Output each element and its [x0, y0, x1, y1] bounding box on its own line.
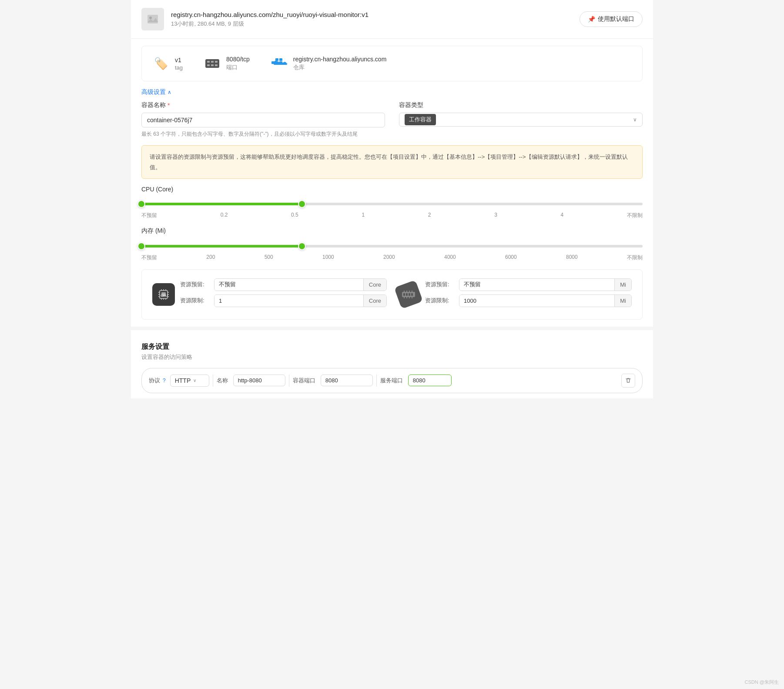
memory-label-2: 500: [265, 254, 273, 261]
service-section: 服务设置 设置容器的访问策略 协议 ? HTTP ∨ 名称 容器: [131, 334, 653, 398]
protocol-field: 协议 ? HTTP ∨: [149, 375, 209, 387]
container-name-group: 容器名称 * 最长 63 个字符，只能包含小写字母、数字及分隔符("-")，且必…: [141, 101, 385, 138]
service-port-label: 服务端口: [380, 377, 403, 385]
form-section: 容器名称 * 最长 63 个字符，只能包含小写字母、数字及分隔符("-")，且必…: [131, 101, 653, 138]
protocol-select[interactable]: HTTP ∨: [170, 375, 209, 387]
name-field: 名称: [217, 375, 285, 386]
chevron-down-icon: ∨: [628, 113, 642, 126]
memory-slider-fill: [141, 245, 302, 248]
cpu-reserve-unit: Core: [363, 279, 386, 291]
cpu-label-5: 3: [494, 212, 497, 219]
container-name-input[interactable]: [141, 113, 385, 127]
svg-text:CPU: CPU: [161, 294, 168, 298]
cpu-section: CPU (Core) 不预留 0.2 0.5 1 2 3 4 不限制: [131, 186, 653, 219]
default-port-button[interactable]: 📌 使用默认端口: [580, 11, 643, 27]
meta-port-info: 8080/tcp 端口: [226, 56, 250, 71]
delete-port-button[interactable]: [621, 374, 635, 388]
divider-2: [289, 375, 289, 387]
resource-inputs-row: CPU 资源预留: Core 资源限制: Core: [141, 269, 643, 320]
memory-limit-row: 资源限制: Mi: [425, 294, 632, 307]
warning-text: 请设置容器的资源限制与资源预留，这将能够帮助系统更好地调度容器，提高稳定性。您也…: [150, 154, 628, 170]
protocol-label: 协议: [149, 377, 160, 385]
memory-icon-box: [394, 280, 423, 309]
svg-rect-33: [411, 293, 413, 296]
type-badge: 工作容器: [405, 114, 436, 125]
memory-limit-unit: Mi: [614, 295, 631, 307]
port-label: 端口: [226, 64, 250, 71]
cpu-label-4: 2: [428, 212, 431, 219]
docker-icon: [271, 55, 288, 72]
container-port-input[interactable]: [321, 375, 373, 386]
form-row-main: 容器名称 * 最长 63 个字符，只能包含小写字母、数字及分隔符("-")，且必…: [141, 101, 643, 138]
image-subtitle: 13小时前, 280.64 MB, 9 层级: [171, 20, 369, 28]
cpu-label-1: 0.2: [221, 212, 228, 219]
cpu-slider-labels: 不预留 0.2 0.5 1 2 3 4 不限制: [141, 212, 643, 219]
container-type-selected: 工作容器: [399, 114, 628, 125]
meta-item-registry: registry.cn-hangzhou.aliyuncs.com 仓库: [271, 55, 387, 72]
tag-icon: 🏷️: [152, 55, 170, 72]
name-input[interactable]: [233, 375, 285, 386]
cpu-reserve-input[interactable]: [214, 279, 363, 291]
cpu-slider-fill: [141, 203, 302, 205]
memory-label-8: 不限制: [627, 254, 643, 261]
meta-registry-info: registry.cn-hangzhou.aliyuncs.com 仓库: [293, 56, 387, 71]
header-left: registry.cn-hangzhou.aliyuncs.com/zhu_ru…: [141, 8, 369, 30]
memory-label-7: 8000: [566, 254, 578, 261]
memory-limit-label: 资源限制:: [425, 297, 456, 304]
divider-3: [376, 375, 377, 387]
default-port-label: 使用默认端口: [598, 15, 634, 23]
memory-slider-track: [141, 245, 643, 248]
question-icon[interactable]: ?: [163, 378, 166, 384]
service-port-input[interactable]: [408, 375, 452, 386]
cpu-input-group: CPU 资源预留: Core 资源限制: Core: [152, 278, 387, 311]
cpu-slider-track: [141, 203, 643, 205]
pin-icon: 📌: [588, 16, 595, 23]
trash-icon: [625, 377, 632, 384]
cpu-label-3: 1: [362, 212, 365, 219]
memory-section: 内存 (Mi) 不预留 200 500 1000 2000 4000 6000 …: [131, 227, 653, 261]
svg-rect-32: [409, 293, 410, 296]
meta-row: 🏷️ v1 tag 8080/tcp 端口: [141, 46, 643, 81]
cpu-label-0: 不预留: [141, 212, 157, 219]
svg-rect-3: [207, 61, 210, 63]
port-value: 8080/tcp: [226, 56, 250, 63]
memory-input-group: 资源预留: Mi 资源限制: Mi: [397, 278, 632, 311]
cpu-limit-input-wrapper: Core: [214, 294, 387, 307]
memory-limit-input-wrapper: Mi: [459, 294, 632, 307]
service-subtitle: 设置容器的访问策略: [141, 353, 643, 361]
image-title: registry.cn-hangzhou.aliyuncs.com/zhu_ru…: [171, 11, 369, 18]
memory-label-4: 2000: [383, 254, 395, 261]
memory-reserve-row: 资源预留: Mi: [425, 278, 632, 291]
memory-reserve-input[interactable]: [459, 279, 614, 291]
svg-rect-30: [403, 293, 405, 296]
protocol-value: HTTP: [175, 377, 191, 384]
service-title: 服务设置: [141, 342, 643, 351]
container-port-field: 容器端口: [293, 375, 373, 386]
advanced-toggle-label: 高级设置: [141, 88, 166, 96]
svg-rect-13: [279, 58, 282, 61]
svg-rect-5: [215, 61, 218, 63]
memory-label-1: 200: [206, 254, 215, 261]
cpu-limit-input[interactable]: [214, 295, 363, 307]
cpu-slider[interactable]: [141, 199, 643, 209]
cpu-limit-row: 资源限制: Core: [180, 294, 387, 307]
memory-slider[interactable]: [141, 241, 643, 251]
memory-reserve-unit: Mi: [614, 279, 631, 291]
advanced-settings-toggle[interactable]: 高级设置 ∧: [131, 88, 653, 101]
protocol-chevron-icon: ∨: [193, 378, 196, 383]
registry-value: registry.cn-hangzhou.aliyuncs.com: [293, 56, 387, 63]
container-type-group: 容器类型 工作容器 ∨: [399, 101, 643, 138]
container-type-select[interactable]: 工作容器 ∨: [399, 113, 643, 127]
cpu-reserve-label: 资源预留:: [180, 281, 211, 288]
memory-slider-thumb-right[interactable]: [298, 242, 306, 250]
svg-rect-31: [406, 293, 408, 296]
meta-tag-info: v1 tag: [175, 57, 183, 71]
memory-limit-input[interactable]: [459, 295, 614, 307]
cpu-slider-thumb-left[interactable]: [137, 200, 145, 208]
memory-fields: 资源预留: Mi 资源限制: Mi: [425, 278, 632, 311]
required-indicator: *: [168, 102, 170, 109]
memory-label-0: 不预留: [141, 254, 157, 261]
memory-slider-thumb-left[interactable]: [137, 242, 145, 250]
memory-title: 内存 (Mi): [141, 227, 643, 235]
cpu-slider-thumb-right[interactable]: [298, 200, 306, 208]
